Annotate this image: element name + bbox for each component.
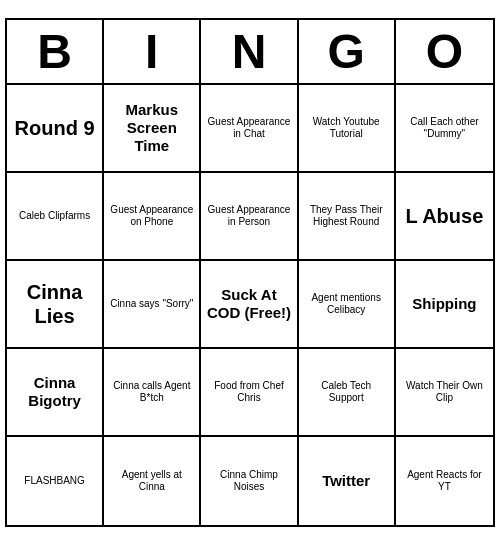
bingo-letter-o: O bbox=[396, 20, 493, 83]
bingo-cell-18: Caleb Tech Support bbox=[299, 349, 396, 437]
bingo-cell-1: Markus Screen Time bbox=[104, 85, 201, 173]
bingo-letter-b: B bbox=[7, 20, 104, 83]
bingo-header: BINGO bbox=[7, 20, 493, 85]
bingo-letter-i: I bbox=[104, 20, 201, 83]
bingo-letter-n: N bbox=[201, 20, 298, 83]
bingo-cell-6: Guest Appearance on Phone bbox=[104, 173, 201, 261]
bingo-cell-9: L Abuse bbox=[396, 173, 493, 261]
bingo-cell-3: Watch Youtube Tutorial bbox=[299, 85, 396, 173]
bingo-cell-24: Agent Reacts for YT bbox=[396, 437, 493, 525]
bingo-cell-23: Twitter bbox=[299, 437, 396, 525]
bingo-grid: Round 9Markus Screen TimeGuest Appearanc… bbox=[7, 85, 493, 525]
bingo-cell-15: Cinna Bigotry bbox=[7, 349, 104, 437]
bingo-cell-7: Guest Appearance in Person bbox=[201, 173, 298, 261]
bingo-cell-14: Shipping bbox=[396, 261, 493, 349]
bingo-cell-0: Round 9 bbox=[7, 85, 104, 173]
bingo-cell-22: Cinna Chimp Noises bbox=[201, 437, 298, 525]
bingo-cell-12: Suck At COD (Free!) bbox=[201, 261, 298, 349]
bingo-cell-5: Caleb Clipfarms bbox=[7, 173, 104, 261]
bingo-cell-13: Agent mentions Celibacy bbox=[299, 261, 396, 349]
bingo-card: BINGO Round 9Markus Screen TimeGuest App… bbox=[5, 18, 495, 527]
bingo-cell-11: Cinna says "Sorry" bbox=[104, 261, 201, 349]
bingo-cell-4: Call Each other "Dummy" bbox=[396, 85, 493, 173]
bingo-cell-16: Cinna calls Agent B*tch bbox=[104, 349, 201, 437]
bingo-cell-19: Watch Their Own Clip bbox=[396, 349, 493, 437]
bingo-cell-20: FLASHBANG bbox=[7, 437, 104, 525]
bingo-cell-8: They Pass Their Highest Round bbox=[299, 173, 396, 261]
bingo-letter-g: G bbox=[299, 20, 396, 83]
bingo-cell-10: Cinna Lies bbox=[7, 261, 104, 349]
bingo-cell-2: Guest Appearance in Chat bbox=[201, 85, 298, 173]
bingo-cell-17: Food from Chef Chris bbox=[201, 349, 298, 437]
bingo-cell-21: Agent yells at Cinna bbox=[104, 437, 201, 525]
